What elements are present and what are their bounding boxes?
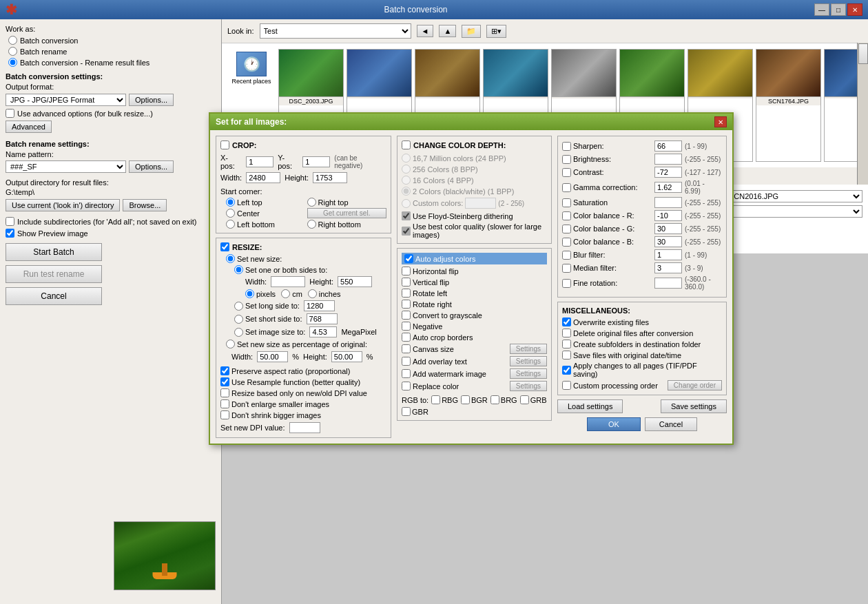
brightness-checkbox[interactable]: Brightness:	[562, 155, 652, 164]
sharpen-input[interactable]	[654, 140, 682, 152]
saturation-checkbox[interactable]: Saturation	[562, 198, 652, 207]
get-current-sel-btn[interactable]: Get current sel.	[307, 208, 387, 218]
watermark-checkbox[interactable]: Add watermark image	[402, 369, 486, 378]
rotate-left-checkbox[interactable]: Rotate left	[402, 289, 547, 298]
save-settings-btn[interactable]: Save settings	[661, 399, 727, 413]
batch-rename-radio[interactable]: Batch rename	[8, 47, 216, 56]
pattern-options-btn[interactable]: Options...	[129, 160, 174, 173]
dont-enlarge-checkbox[interactable]: Don't enlarge smaller images	[220, 399, 386, 408]
16m-colors-radio[interactable]: 16,7 Million colors (24 BPP)	[402, 154, 547, 163]
pixels-radio[interactable]: pixels	[245, 289, 276, 298]
image-size-input[interactable]	[309, 326, 337, 337]
16-colors-radio[interactable]: 16 Colors (4 BPP)	[402, 176, 547, 185]
delete-original-checkbox[interactable]: Delete original files after conversion	[562, 329, 722, 337]
256-colors-radio[interactable]: 256 Colors (8 BPP)	[402, 165, 547, 174]
replace-settings-btn[interactable]: Settings	[510, 381, 547, 391]
dialog-close-btn[interactable]: ✕	[714, 116, 727, 127]
overlay-settings-btn[interactable]: Settings	[510, 356, 547, 366]
rotate-right-checkbox[interactable]: Rotate right	[402, 300, 547, 309]
brg-checkbox[interactable]: BRG	[490, 395, 517, 404]
contrast-input[interactable]	[654, 167, 682, 178]
brightness-input[interactable]	[654, 154, 682, 165]
load-settings-btn[interactable]: Load settings	[557, 399, 623, 413]
change-order-btn[interactable]: Change order	[668, 380, 722, 390]
resize-height-input[interactable]	[338, 276, 372, 287]
auto-adjust-checkbox[interactable]: Auto adjust colors	[402, 253, 547, 264]
crop-xpos-input[interactable]	[246, 156, 273, 167]
nav-back-btn[interactable]: ◄	[417, 25, 434, 37]
v-flip-checkbox[interactable]: Vertical flip	[402, 278, 547, 287]
create-subfolders-checkbox[interactable]: Create subfolders in destination folder	[562, 340, 722, 348]
use-current-btn[interactable]: Use current ('look in') directory	[6, 199, 120, 211]
set-one-both-radio[interactable]: Set one or both sides to:	[234, 265, 386, 274]
canvas-size-checkbox[interactable]: Canvas size	[402, 344, 454, 353]
left-top-radio[interactable]: Left top	[226, 198, 306, 207]
batch-conv-rename-radio[interactable]: Batch conversion - Rename result files	[8, 58, 216, 67]
saturation-input[interactable]	[654, 197, 682, 208]
grayscale-checkbox[interactable]: Convert to grayscale	[402, 311, 547, 320]
format-select[interactable]: JPG - JPG/JPEG Format	[6, 94, 126, 106]
preserve-aspect-checkbox[interactable]: Preserve aspect ratio (proportional)	[220, 366, 386, 375]
crop-ypos-input[interactable]	[302, 156, 330, 167]
replace-color-checkbox[interactable]: Replace color	[402, 382, 459, 390]
image-size-radio[interactable]: Set image size to:	[234, 328, 305, 337]
pattern-select[interactable]: ###_SF	[6, 160, 126, 173]
canvas-settings-btn[interactable]: Settings	[510, 344, 547, 354]
directory-select[interactable]: Test	[260, 23, 411, 39]
center-radio[interactable]: Center	[226, 208, 306, 218]
bgr-checkbox[interactable]: BGR	[461, 395, 488, 404]
crop-width-input[interactable]	[246, 172, 280, 183]
start-batch-btn[interactable]: Start Batch	[6, 243, 102, 261]
use-advanced-checkbox[interactable]: Use advanced options (for bulk resize...…	[6, 109, 216, 118]
fine-rotation-input[interactable]	[654, 278, 682, 289]
gamma-checkbox[interactable]: Gamma correction:	[562, 183, 652, 192]
gbr-checkbox[interactable]: GBR	[402, 407, 428, 416]
color-bal-r-checkbox[interactable]: Color balance - R:	[562, 211, 652, 220]
nav-view-btn[interactable]: ⊞▾	[486, 25, 506, 38]
format-options-btn[interactable]: Options...	[129, 94, 174, 106]
best-quality-checkbox[interactable]: Use best color quality (slower for large…	[402, 222, 547, 239]
negative-checkbox[interactable]: Negative	[402, 322, 547, 331]
pct-radio[interactable]: Set new size as percentage of original:	[226, 340, 386, 348]
long-side-input[interactable]	[304, 300, 335, 311]
ok-btn[interactable]: OK	[587, 417, 641, 431]
resize-width-input[interactable]	[271, 276, 305, 287]
set-new-size-radio[interactable]: Set new size:	[226, 254, 386, 263]
left-bottom-radio[interactable]: Left bottom	[226, 220, 306, 229]
dont-shrink-checkbox[interactable]: Don't shrink bigger images	[220, 410, 386, 419]
right-dropdown-1[interactable]: SCN2016.JPG	[725, 190, 862, 202]
cancel-main-btn[interactable]: Cancel	[6, 287, 102, 305]
color-bal-g-input[interactable]	[654, 223, 682, 234]
run-test-rename-btn[interactable]: Run test rename	[6, 265, 102, 283]
include-subdirs-checkbox[interactable]: Include subdirectories (for 'Add all'; n…	[6, 217, 216, 226]
resize-checkbox[interactable]: RESIZE:	[220, 242, 386, 251]
use-resample-checkbox[interactable]: Use Resample function (better quality)	[220, 377, 386, 386]
batch-conversion-radio[interactable]: Batch conversion	[8, 36, 216, 45]
grb-checkbox[interactable]: GRB	[520, 395, 547, 404]
nav-folder-btn[interactable]: 📁	[462, 25, 481, 38]
advanced-btn[interactable]: Advanced	[6, 121, 52, 133]
custom-processing-checkbox[interactable]: Custom processing order	[562, 381, 658, 390]
width-pct-input[interactable]	[257, 351, 288, 362]
auto-crop-checkbox[interactable]: Auto crop borders	[402, 333, 547, 342]
fine-rotation-checkbox[interactable]: Fine rotation:	[562, 279, 652, 288]
scrollbar[interactable]	[857, 43, 868, 185]
right-top-radio[interactable]: Right top	[307, 198, 387, 207]
2-colors-radio[interactable]: 2 Colors (black/white) (1 BPP)	[402, 187, 547, 196]
maximize-btn[interactable]: □	[831, 3, 846, 16]
color-bal-r-input[interactable]	[654, 210, 682, 221]
height-pct-input[interactable]	[331, 351, 362, 362]
cancel-dialog-btn[interactable]: Cancel	[645, 417, 697, 431]
sharpen-checkbox[interactable]: Sharpen:	[562, 142, 652, 151]
close-btn[interactable]: ✕	[847, 3, 862, 16]
cm-radio[interactable]: cm	[281, 289, 302, 298]
resize-dpi-checkbox[interactable]: Resize based only on new/old DPI value	[220, 388, 386, 397]
show-preview-checkbox[interactable]: Show Preview image	[6, 229, 216, 238]
overlay-text-checkbox[interactable]: Add overlay text	[402, 357, 467, 366]
fsd-checkbox[interactable]: Use Floyd-Steinberg dithering	[402, 211, 547, 220]
blur-input[interactable]	[654, 249, 682, 260]
custom-colors-input[interactable]	[465, 198, 496, 209]
crop-height-input[interactable]	[313, 172, 347, 183]
color-depth-checkbox[interactable]: CHANGE COLOR DEPTH:	[402, 140, 547, 149]
color-bal-b-checkbox[interactable]: Color balance - B:	[562, 238, 652, 247]
